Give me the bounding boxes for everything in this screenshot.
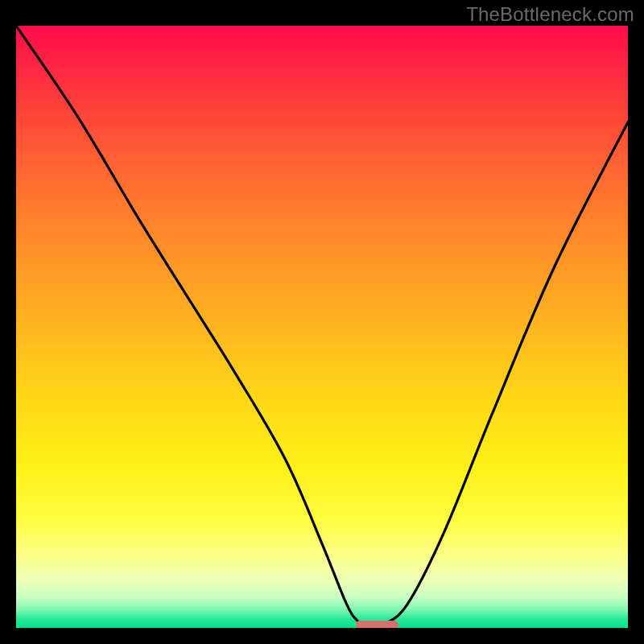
- curve-path: [16, 26, 628, 628]
- optimal-band-marker: [356, 621, 398, 628]
- bottleneck-curve: [16, 26, 628, 628]
- plot-area: [16, 26, 628, 628]
- chart-container: TheBottleneck.com: [0, 0, 644, 644]
- watermark-text: TheBottleneck.com: [466, 3, 634, 26]
